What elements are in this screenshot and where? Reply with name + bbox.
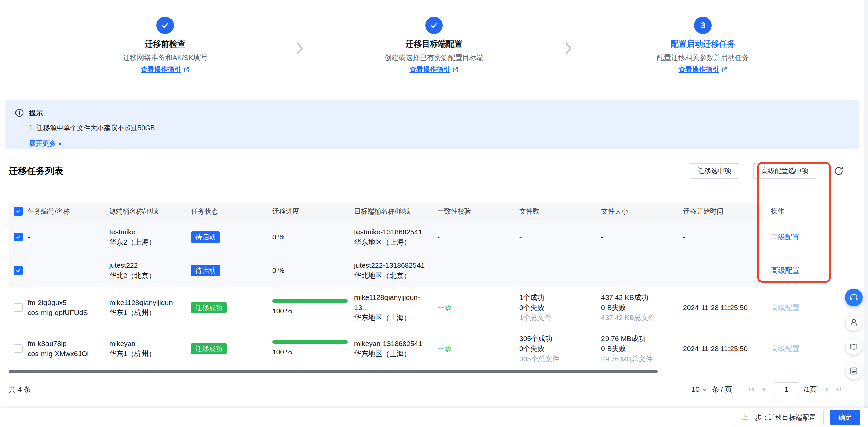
expand-more-link[interactable]: 展开更多 ▶ [29, 139, 155, 148]
consistency-cell: - [437, 254, 519, 287]
status-badge: 迁移成功 [191, 343, 227, 354]
per-page-label: 条 / 页 [712, 385, 732, 394]
action-cell: 高级配置 [763, 254, 844, 287]
advanced-config-link[interactable]: 高级配置 [771, 303, 799, 313]
migrate-selected-button[interactable]: 迁移选中项 [690, 163, 739, 179]
progress-cell: 0 % [272, 220, 354, 254]
file-size-cell: - [601, 220, 683, 254]
consistency-cell: 一致 [437, 287, 519, 328]
step-1-precheck: 迁移前检查 迁移网络准备和AK/SK填写 查看操作指引 [78, 17, 253, 96]
step-2-title: 迁移目标端配置 [406, 38, 462, 49]
row-checkbox[interactable] [14, 303, 23, 312]
form-icon [849, 367, 858, 375]
table-row: - jutest222 华北2（北京） 待启动 0 % jutest222-13… [9, 254, 844, 287]
step-1-guide-link[interactable]: 查看操作指引 [141, 65, 190, 74]
confirm-button[interactable]: 确定 [830, 410, 860, 425]
check-icon [425, 17, 443, 34]
table-row: - testmike 华东2（上海） 待启动 0 % testmike-1318… [9, 220, 844, 254]
column-header-progress: 迁移进度 [272, 203, 354, 220]
target-bucket-cell: testmike-1318682541 华东地区（上海） [354, 220, 437, 254]
total-count-label: 共 4 条 [9, 385, 692, 394]
target-bucket-cell: jutest222-1318682541 华北地区（北京） [354, 254, 437, 287]
step-1-guide-link-label: 查看操作指引 [141, 65, 181, 74]
select-all-checkbox[interactable] [14, 207, 23, 216]
row-checkbox[interactable] [14, 266, 23, 275]
support-button[interactable] [845, 289, 863, 306]
progress-text: 0 % [272, 265, 284, 276]
first-page-button[interactable] [746, 383, 757, 395]
task-id-name-cell: - [28, 220, 109, 254]
page-number-input[interactable] [774, 382, 799, 396]
step-3-title: 配置启动迁移任务 [671, 38, 735, 49]
column-header-status: 任务状态 [191, 203, 272, 220]
target-bucket-cell: mikeyan-1318682541 华东地区（上海） [354, 328, 437, 369]
status-cell: 迁移成功 [191, 328, 272, 369]
step-1-desc: 迁移网络准备和AK/SK填写 [123, 53, 208, 62]
notice-title: 提示 [29, 108, 155, 118]
external-link-icon [721, 67, 727, 73]
row-checkbox[interactable] [14, 233, 23, 241]
progress-cell: 0 % [272, 254, 354, 287]
step-3-desc: 配置迁移相关参数并启动任务 [657, 53, 749, 62]
previous-step-button[interactable]: 上一步：迁移目标端配置 [734, 410, 824, 425]
start-time-cell: - [683, 254, 763, 287]
page-size-value: 10 [692, 385, 700, 393]
total-pages-label: /1页 [804, 385, 817, 394]
chevron-right-icon [294, 42, 305, 96]
step-3-guide-link[interactable]: 查看操作指引 [679, 65, 727, 74]
table-row: fm-k8au78ip cos-mig-XMwx6JOi mikeyan 华东1… [9, 328, 844, 369]
source-bucket-cell: testmike 华东2（上海） [109, 220, 191, 254]
headset-icon [849, 293, 859, 302]
page-scrollbar[interactable] [864, 0, 868, 427]
column-header-file-count: 文件数 [519, 203, 601, 220]
file-size-cell: 437.42 KB成功 0 B失败 437.42 KB总文件 [601, 287, 683, 328]
feedback-button[interactable] [846, 314, 862, 331]
step-2-guide-link[interactable]: 查看操作指引 [410, 65, 459, 74]
survey-button[interactable] [846, 363, 862, 379]
advanced-config-link[interactable]: 高级配置 [771, 232, 799, 242]
progress-text: 0 % [272, 232, 284, 242]
next-page-button[interactable] [822, 383, 833, 395]
target-bucket-cell: mike1128qianyijiqun-13... 华东地区（上海） [354, 287, 437, 328]
advanced-config-selected-button[interactable]: 高级配置选中项 [753, 163, 816, 179]
step-3-launch-task: 3 配置启动迁移任务 配置迁移相关参数并启动任务 查看操作指引 [615, 17, 790, 96]
refresh-button[interactable] [833, 165, 844, 177]
info-icon [15, 108, 24, 117]
docs-button[interactable] [846, 339, 862, 355]
consistency-cell: - [437, 220, 519, 254]
step-3-number-badge: 3 [694, 17, 712, 34]
external-link-icon [184, 67, 190, 73]
action-cell: 高级配置 [763, 287, 844, 328]
column-header-consistency: 一致性校验 [437, 203, 519, 220]
page-title: 迁移任务列表 [9, 165, 690, 177]
file-size-cell: - [601, 254, 683, 287]
previous-page-button[interactable] [757, 383, 769, 395]
source-bucket-cell: mike1128qianyijiqun 华东1（杭州） [109, 287, 191, 328]
migration-stepper: 迁移前检查 迁移网络准备和AK/SK填写 查看操作指引 迁移目标端配置 创建或选… [0, 0, 868, 96]
progress-bar [272, 299, 348, 303]
page-size-select[interactable]: 10 [692, 385, 707, 393]
column-header-source-bucket: 源端桶名称/地域 [109, 203, 191, 220]
task-table: 任务编号/名称 源端桶名称/地域 任务状态 迁移进度 目标端桶名称/地域 一致性… [9, 203, 844, 369]
row-checkbox[interactable] [14, 344, 23, 353]
expand-more-label: 展开更多 [29, 139, 56, 148]
file-count-cell: 1个成功 0个失败 1个总文件 [519, 287, 601, 328]
step-2-target-config: 迁移目标端配置 创建或选择已有资源配置目标端 查看操作指引 [346, 17, 522, 96]
progress-text: 100 % [272, 306, 292, 316]
action-cell: 高级配置 [763, 328, 844, 369]
table-header-row: 任务编号/名称 源端桶名称/地域 任务状态 迁移进度 目标端桶名称/地域 一致性… [9, 203, 844, 220]
pager-controls: 10 条 / 页 /1页 [692, 382, 844, 396]
last-page-button[interactable] [833, 383, 844, 395]
status-cell: 待启动 [191, 254, 272, 287]
step-3-guide-link-label: 查看操作指引 [679, 65, 719, 74]
advanced-config-link[interactable]: 高级配置 [771, 344, 799, 354]
column-header-task-id-name: 任务编号/名称 [28, 203, 109, 220]
notice-line-1: 1. 迁移源中单个文件大小建议不超过50GB [29, 123, 155, 133]
advanced-config-link[interactable]: 高级配置 [771, 265, 799, 276]
horizontal-scrollbar-thumb[interactable] [9, 370, 658, 373]
progress-bar [272, 340, 348, 344]
header-checkbox-cell [9, 203, 28, 220]
file-size-cell: 29.76 MB成功 0 B失败 29.76 MB总文件 [601, 328, 683, 369]
status-badge: 待启动 [191, 231, 220, 243]
progress-text: 100 % [272, 347, 292, 357]
